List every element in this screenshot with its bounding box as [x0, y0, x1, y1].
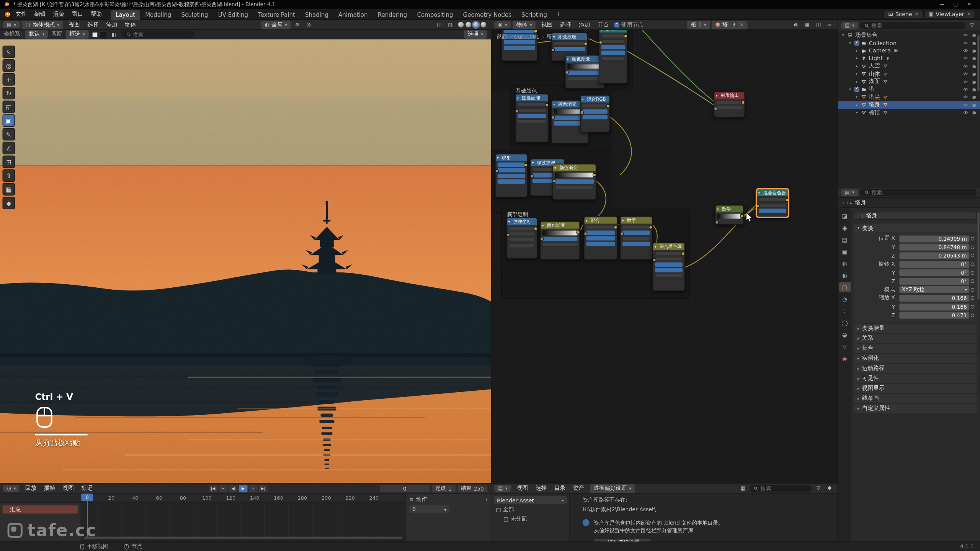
editor-type-dropdown[interactable]: ◉▾ — [494, 21, 511, 28]
viewlayer-selector[interactable]: ▣ ViewLayer✕ — [925, 10, 974, 18]
library-dropdown[interactable]: Blender Asset▾ — [494, 496, 567, 504]
minimize-button[interactable]: — — [935, 0, 949, 9]
properties-tab-world[interactable]: ◐ — [839, 271, 851, 280]
topbar-menu[interactable]: 渲染 — [49, 9, 68, 18]
shader-node[interactable]: 映射 — [495, 154, 528, 197]
value-field[interactable]: 0° — [899, 278, 969, 285]
outliner-row-塔身[interactable]: ▸塔身 — [838, 101, 980, 109]
catalog-未分配[interactable]: 未分配 — [494, 515, 567, 523]
properties-tab-constraints[interactable]: ◒ — [839, 330, 851, 339]
options-dropdown[interactable]: 选项▾ — [464, 30, 487, 39]
value-field[interactable]: XYZ 欧拉▾ — [899, 286, 969, 293]
breadcrumb-item[interactable]: 塔 — [547, 33, 552, 41]
workspace-tab-layout[interactable]: Layout — [111, 10, 140, 20]
properties-tab-particles[interactable]: ∵ — [839, 306, 851, 315]
viewport-menu[interactable]: 选择 — [84, 20, 103, 29]
transport-next-keyframe[interactable]: » — [249, 484, 258, 492]
workspace-tab-uv-editing[interactable]: UV Editing — [213, 10, 253, 20]
editor-type-dropdown[interactable]: ▤▾ — [494, 485, 511, 492]
asset-search-input[interactable] — [761, 485, 807, 491]
filter-icon[interactable]: ▽ — [814, 484, 823, 492]
viewlayer-unlink-icon[interactable]: ✕ — [967, 11, 970, 17]
shader-node[interactable]: 混合 — [599, 30, 627, 83]
workspace-tab-scripting[interactable]: Scripting — [516, 10, 552, 20]
panel-集合[interactable]: ▸集合 — [854, 344, 977, 353]
workspace-tab-shading[interactable]: Shading — [300, 10, 333, 20]
transport-jump-end[interactable]: ▶| — [259, 484, 268, 492]
viewport-menu[interactable]: 视图 — [65, 20, 84, 29]
breadcrumb-item[interactable]: 视图 — [496, 33, 507, 41]
outliner-row-Collection[interactable]: ▾Collection — [838, 39, 980, 47]
value-field[interactable]: 0.166 — [899, 303, 969, 310]
shader-node[interactable]: 数学 — [715, 205, 744, 225]
editor-type-dropdown[interactable]: ▦▾ — [3, 21, 20, 28]
timeline-menu[interactable]: 视图 — [59, 484, 78, 493]
panel-delta-transform[interactable]: ▸变换增量 — [854, 324, 977, 333]
transport-play-reverse[interactable]: ◀ — [229, 484, 237, 492]
preset-dropdown[interactable]: 默认▾ — [25, 30, 48, 39]
outliner-scrollbar[interactable] — [977, 35, 979, 91]
value-field[interactable]: 0.20543 m — [899, 253, 969, 259]
value-field[interactable]: 0° — [899, 269, 969, 276]
gear-icon[interactable]: ✱ — [825, 484, 834, 492]
overlays-toggle-icon[interactable]: ◫ — [434, 21, 444, 29]
overlays-toggle-icon[interactable]: ◫ — [814, 21, 823, 29]
properties-tab-scene[interactable]: ◍ — [839, 259, 851, 268]
tool-measure[interactable]: ∠ — [3, 142, 15, 155]
viewport-menu[interactable]: 物体 — [121, 20, 140, 29]
mode-dropdown[interactable]: ▢物体模式▾ — [22, 20, 63, 29]
properties-tab-object-data[interactable]: ▽ — [839, 342, 851, 351]
playhead-frame-badge[interactable]: 0 — [81, 494, 93, 501]
workspace-tab-compositing[interactable]: Compositing — [412, 10, 458, 20]
tool-rotate[interactable]: ↻ — [3, 87, 15, 99]
users-count-badge[interactable]: 3 — [730, 22, 737, 28]
material-datablock[interactable]: 塔 3 ✕ — [712, 20, 747, 29]
panel-自定义属性[interactable]: ▸自定义属性 — [854, 404, 977, 413]
shading-solid-icon[interactable] — [466, 22, 471, 28]
tool-add-cube[interactable]: ⊞ — [3, 156, 15, 168]
tool-extrude[interactable]: ⇧ — [3, 169, 15, 182]
editor-menu-icon[interactable]: ≡ — [825, 21, 834, 29]
value-field[interactable]: 0° — [899, 261, 969, 268]
shader-node[interactable]: 纹理坐标 — [506, 217, 537, 259]
value-field[interactable]: -0.14909 m — [899, 235, 969, 242]
shader-node[interactable]: 混合 — [584, 216, 617, 260]
current-frame-field[interactable]: 0 — [380, 484, 430, 492]
topbar-menu[interactable]: 窗口 — [68, 9, 87, 18]
node-canvas[interactable]: 视图›Cube.001›塔 基础颜色底部透明映射渐变纹理颜色渐变混合图像纹理颜色… — [491, 30, 838, 483]
panel-运动路径[interactable]: ▸运动路径 — [854, 364, 977, 373]
timeline-scrollbar[interactable] — [84, 536, 403, 539]
color-swatch-secondary[interactable] — [100, 31, 106, 37]
tool-annotate[interactable]: ✎ — [3, 128, 15, 141]
transport-play[interactable]: ▶ — [239, 484, 248, 492]
timeline-ruler[interactable]: 020406080100120140160180200220240 — [0, 494, 406, 503]
shader-node[interactable]: 混合RGB — [580, 95, 610, 132]
value-field[interactable]: 0.166 — [899, 295, 969, 302]
properties-scrollbar[interactable] — [977, 212, 979, 300]
workspace-tab-rendering[interactable]: Rendering — [373, 10, 412, 20]
viewport-menu[interactable]: 添加 — [102, 20, 121, 29]
asset-browser-menu[interactable]: 目录 — [550, 484, 569, 493]
shader-type-dropdown[interactable]: 物体▾ — [513, 20, 536, 29]
orientation-dropdown[interactable]: ◐全局▾ — [261, 20, 291, 29]
properties-tab-object[interactable]: ▢ — [839, 282, 851, 292]
properties-tab-modifiers[interactable]: ◔ — [839, 294, 851, 303]
asset-browser-menu[interactable]: 视图 — [513, 484, 532, 493]
outliner-row-天空[interactable]: ▸天空 — [838, 62, 980, 70]
panel-线条画[interactable]: ▸线条画 — [854, 394, 977, 403]
outliner-row-Light[interactable]: ▸Light — [838, 54, 980, 62]
timeline-menu[interactable]: 回放 — [21, 484, 40, 493]
topbar-menu[interactable]: 编辑 — [31, 9, 49, 18]
unlink-material-icon[interactable]: ✕ — [740, 22, 743, 28]
panel-可见性[interactable]: ▸可见性 — [854, 374, 977, 383]
properties-tab-physics[interactable]: ◯ — [839, 318, 851, 327]
asset-browser-menu[interactable]: 选择 — [532, 484, 550, 493]
scene-selector[interactable]: Scene✕ — [884, 10, 923, 18]
timeline-menu[interactable]: 标记 — [78, 484, 96, 493]
properties-search-input[interactable] — [871, 189, 972, 196]
add-workspace-button[interactable]: + — [552, 9, 565, 18]
properties-tab-tool[interactable]: ◪ — [839, 211, 851, 220]
timeline-menu[interactable]: 插帧 — [40, 484, 59, 493]
shader-node[interactable]: 混合着色器 — [756, 189, 789, 217]
outliner-row-山体[interactable]: ▸山体 — [838, 70, 980, 78]
